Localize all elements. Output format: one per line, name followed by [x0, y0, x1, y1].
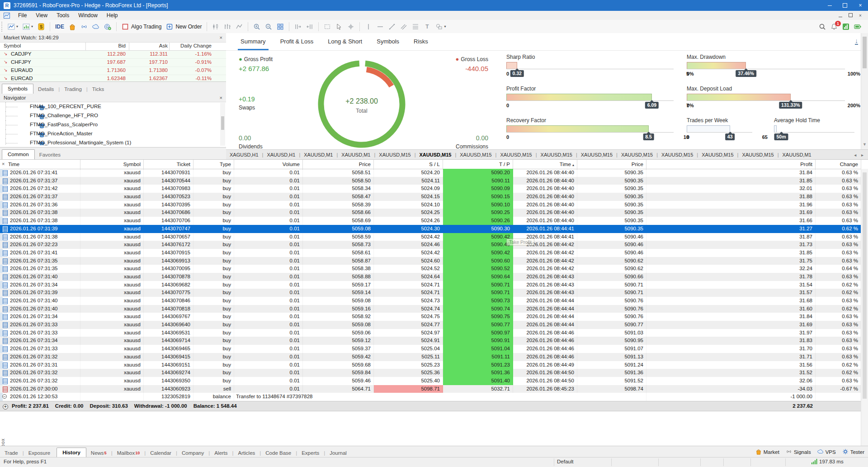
tile-windows-button[interactable]	[274, 22, 286, 31]
table-row[interactable]: 2026.01.26 07:30:00xauusd1443060923sell0…	[0, 385, 861, 393]
navigator-scrollbar[interactable]	[220, 103, 225, 146]
table-row[interactable]: 2026.01.26 07:31:42xauusd1443070983buy0.…	[0, 185, 861, 193]
table-row[interactable]: 2026.01.26 07:31:39xauusd1443070775buy0.…	[0, 289, 861, 297]
navigator-item[interactable]: FTMO_PriceAction_Master	[0, 129, 226, 138]
table-row[interactable]: 2026.01.26 07:31:40xauusd1443070818buy0.…	[0, 305, 861, 313]
text-tool-button[interactable]: T	[421, 22, 433, 31]
signals-button[interactable]	[78, 22, 90, 31]
chart-tab-8[interactable]: XAUUSD,M15	[537, 152, 576, 157]
statusbar-market-button[interactable]: Market	[755, 448, 779, 456]
history-col-change[interactable]: Change	[816, 160, 861, 170]
history-col-price[interactable]: Price	[303, 160, 374, 170]
table-row[interactable]: 2026.01.26 07:31:32xauusd1443069274buy0.…	[0, 369, 861, 377]
report-tab-risks[interactable]: Risks	[414, 33, 428, 50]
toolbox-tab-trade[interactable]: Trade	[0, 449, 23, 457]
toolbox-tab-news[interactable]: News5	[86, 449, 111, 457]
battery-icon[interactable]	[852, 22, 863, 31]
report-tab-long-short[interactable]: Long & Short	[328, 33, 362, 50]
fibonacci-tool-button[interactable]	[410, 22, 421, 31]
history-col-profit[interactable]: Profit	[646, 160, 816, 170]
navigator-item[interactable]: FTMO_Professional_Martingale_System (1)	[0, 138, 226, 145]
chart-type-button[interactable]: ▾	[5, 22, 20, 31]
export-report-icon[interactable]: ↓	[855, 38, 858, 45]
toolbox-tab-exposure[interactable]: Exposure	[24, 449, 55, 457]
navigator-item[interactable]: FTMO_Challenge_HFT_PRO	[0, 111, 226, 120]
toolbox-tab-articles[interactable]: Articles	[234, 449, 260, 457]
report-tab-profit-loss[interactable]: Profit & Loss	[280, 33, 314, 50]
notifications-button[interactable]: 1	[828, 22, 840, 31]
mw-row-euraud[interactable]: ↘EURAUD1.713601.71380-0.07%	[0, 67, 226, 75]
mw-tab-details[interactable]: Details	[33, 85, 58, 94]
menu-view[interactable]: View	[31, 11, 52, 20]
channel-tool-button[interactable]	[398, 22, 410, 31]
statusbar-signals-button[interactable]: Signals	[786, 448, 811, 456]
auto-scroll-button[interactable]	[304, 22, 316, 31]
close-button[interactable]: ×	[853, 0, 868, 11]
market-watch-close-icon[interactable]: ×	[220, 35, 222, 40]
table-row[interactable]: 2026.01.26 07:31:38xauusd1443070657buy0.…	[0, 233, 861, 241]
table-row[interactable]: 2026.01.26 07:31:38xauusd1443070686buy0.…	[0, 209, 861, 217]
table-row[interactable]: 2026.01.26 07:31:34xauusd1443069714buy0.…	[0, 337, 861, 345]
deposit-button[interactable]: $	[35, 22, 47, 31]
ide-button[interactable]: IDE	[53, 23, 66, 31]
table-row[interactable]: 2026.01.26 07:31:33xauusd1443069531buy0.…	[0, 329, 861, 337]
table-row[interactable]: 2026.01.26 07:31:32xauusd1443069350buy0.…	[0, 377, 861, 385]
toolbox-tab-history[interactable]: History	[57, 448, 86, 457]
navigator-close-icon[interactable]: ×	[220, 95, 222, 100]
table-row[interactable]: 2026.01.26 07:31:37xauusd1443070544buy0.…	[0, 177, 861, 185]
chart-tab-4[interactable]: XAUUSD,M15	[375, 152, 414, 157]
chart-tab-1[interactable]: XAUUSD,H1	[263, 152, 299, 157]
shapes-tool-button[interactable]: ▾	[433, 22, 448, 31]
nav-tab-favorites[interactable]: Favorites	[35, 151, 65, 159]
table-row[interactable]: 2026.01.26 07:31:41xauusd1443070915buy0.…	[0, 249, 861, 257]
table-row[interactable]: 2026.01.26 07:32:23xauusd1443076172buy0.…	[0, 241, 861, 249]
chart-tab-5[interactable]: XAUUSD,M15	[416, 152, 455, 157]
table-row[interactable]: 2026.01.26 07:31:35xauusd1443070095buy0.…	[0, 265, 861, 273]
report-tab-summary[interactable]: Summary	[241, 33, 266, 50]
history-col-sl[interactable]: S / L	[374, 160, 443, 170]
navigator-item[interactable]: FINAL_100_PERCENT_PURE	[0, 102, 226, 111]
table-row[interactable]: 2026.01.26 07:31:36xauusd1443070395buy0.…	[0, 201, 861, 209]
mw-col-daily-change[interactable]: Daily Change	[0, 43, 212, 48]
history-col-time[interactable]: Time	[0, 160, 80, 170]
shift-end-button[interactable]	[292, 22, 304, 31]
table-row[interactable]: 2026.01.26 07:31:37xauusd1443070523buy0.…	[0, 193, 861, 201]
select-tool-button[interactable]	[321, 22, 333, 31]
crosshair-tool-button[interactable]	[345, 22, 357, 31]
table-row[interactable]: 2026.01.26 07:31:39xauusd1443070747buy0.…	[0, 225, 861, 233]
line-chart-button[interactable]	[233, 22, 245, 31]
minimize-button[interactable]	[822, 0, 837, 11]
zoom-out-button[interactable]	[263, 22, 274, 31]
reports-scrollbar[interactable]: ▼	[861, 33, 868, 149]
connection-latency[interactable]: 197.83 ms	[811, 459, 844, 464]
mw-tab-ticks[interactable]: Ticks	[88, 85, 108, 94]
history-col-ticket[interactable]: Ticket	[144, 160, 193, 170]
chart-tab-7[interactable]: XAUUSD,M15	[496, 152, 535, 157]
table-row[interactable]: 2026.01.26 07:31:34xauusd1443069767buy0.…	[0, 313, 861, 321]
cursor-tool-button[interactable]	[333, 22, 345, 31]
balance-row[interactable]: 2026.01.26 12:30:53−1323052819balanceTra…	[0, 393, 861, 401]
chart-tab-3[interactable]: XAUUSD,M1	[338, 152, 374, 157]
statusbar-tester-button[interactable]: Tester	[842, 448, 864, 456]
toolbox-tab-experts[interactable]: Experts	[297, 449, 324, 457]
toolbar-grip[interactable]	[1, 22, 4, 32]
chart-tab-10[interactable]: XAUUSD,M15	[618, 152, 656, 157]
chart-tab-6[interactable]: XAUUSD,M15	[456, 152, 495, 157]
child-close-button[interactable]: ×	[855, 13, 865, 18]
search-button[interactable]	[816, 22, 828, 31]
toolbox-tab-mailbox[interactable]: Mailbox10	[113, 449, 145, 457]
chart-tab-12[interactable]: XAUUSD,M15	[698, 152, 737, 157]
vline-tool-button[interactable]	[363, 22, 374, 31]
table-row[interactable]: 2026.01.26 07:31:40xauusd1443070846buy0.…	[0, 297, 861, 305]
chart-tab-14[interactable]: XAUUSD,M1	[779, 152, 815, 157]
maximize-button[interactable]	[837, 0, 853, 11]
toolbox-tab-code-base[interactable]: Code Base	[261, 449, 296, 457]
menu-help[interactable]: Help	[102, 11, 123, 20]
chart-tab-13[interactable]: XAUUSD,M15	[738, 152, 777, 157]
menu-window[interactable]: Window	[74, 11, 102, 20]
chart-tab-2[interactable]: XAUUSD,M1	[300, 152, 336, 157]
toolbox-tab-company[interactable]: Company	[177, 449, 208, 457]
history-col-price[interactable]: Price	[577, 160, 646, 170]
navigator-item[interactable]: FTMO_FastPass_ScalperPro	[0, 120, 226, 129]
candle-chart-button[interactable]	[222, 22, 233, 31]
